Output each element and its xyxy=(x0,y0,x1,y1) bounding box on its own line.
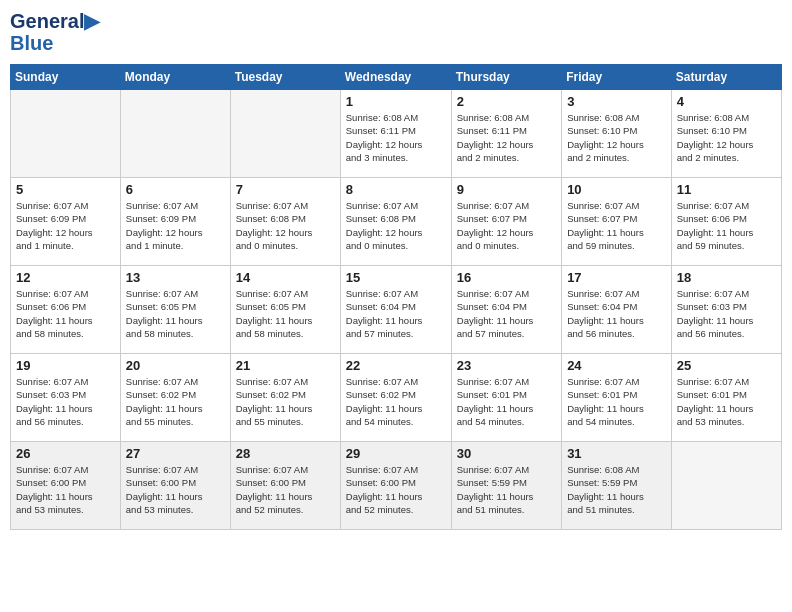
calendar-header-row: SundayMondayTuesdayWednesdayThursdayFrid… xyxy=(11,65,782,90)
day-info: Sunrise: 6:08 AMSunset: 6:11 PMDaylight:… xyxy=(346,111,446,164)
day-info: Sunrise: 6:07 AMSunset: 6:02 PMDaylight:… xyxy=(236,375,335,428)
logo-text: General▶ Blue xyxy=(10,10,99,54)
day-info: Sunrise: 6:08 AMSunset: 6:10 PMDaylight:… xyxy=(677,111,776,164)
day-info: Sunrise: 6:07 AMSunset: 6:07 PMDaylight:… xyxy=(457,199,556,252)
day-info: Sunrise: 6:07 AMSunset: 6:01 PMDaylight:… xyxy=(457,375,556,428)
day-number: 8 xyxy=(346,182,446,197)
day-info: Sunrise: 6:07 AMSunset: 6:00 PMDaylight:… xyxy=(346,463,446,516)
calendar-day-cell: 13Sunrise: 6:07 AMSunset: 6:05 PMDayligh… xyxy=(120,266,230,354)
calendar-header-tuesday: Tuesday xyxy=(230,65,340,90)
page: General▶ Blue SundayMondayTuesdayWednesd… xyxy=(0,0,792,612)
day-number: 30 xyxy=(457,446,556,461)
calendar-empty-cell xyxy=(671,442,781,530)
day-info: Sunrise: 6:07 AMSunset: 6:01 PMDaylight:… xyxy=(677,375,776,428)
day-info: Sunrise: 6:07 AMSunset: 6:02 PMDaylight:… xyxy=(346,375,446,428)
day-number: 14 xyxy=(236,270,335,285)
calendar-day-cell: 22Sunrise: 6:07 AMSunset: 6:02 PMDayligh… xyxy=(340,354,451,442)
day-info: Sunrise: 6:07 AMSunset: 6:00 PMDaylight:… xyxy=(16,463,115,516)
calendar-day-cell: 14Sunrise: 6:07 AMSunset: 6:05 PMDayligh… xyxy=(230,266,340,354)
calendar-day-cell: 29Sunrise: 6:07 AMSunset: 6:00 PMDayligh… xyxy=(340,442,451,530)
calendar-day-cell: 21Sunrise: 6:07 AMSunset: 6:02 PMDayligh… xyxy=(230,354,340,442)
calendar-day-cell: 8Sunrise: 6:07 AMSunset: 6:08 PMDaylight… xyxy=(340,178,451,266)
day-number: 26 xyxy=(16,446,115,461)
calendar-day-cell: 25Sunrise: 6:07 AMSunset: 6:01 PMDayligh… xyxy=(671,354,781,442)
calendar-day-cell: 20Sunrise: 6:07 AMSunset: 6:02 PMDayligh… xyxy=(120,354,230,442)
calendar-week-row: 26Sunrise: 6:07 AMSunset: 6:00 PMDayligh… xyxy=(11,442,782,530)
day-number: 25 xyxy=(677,358,776,373)
day-number: 18 xyxy=(677,270,776,285)
calendar-day-cell: 18Sunrise: 6:07 AMSunset: 6:03 PMDayligh… xyxy=(671,266,781,354)
calendar-day-cell: 12Sunrise: 6:07 AMSunset: 6:06 PMDayligh… xyxy=(11,266,121,354)
calendar-empty-cell xyxy=(230,90,340,178)
day-info: Sunrise: 6:07 AMSunset: 5:59 PMDaylight:… xyxy=(457,463,556,516)
calendar-day-cell: 23Sunrise: 6:07 AMSunset: 6:01 PMDayligh… xyxy=(451,354,561,442)
day-number: 5 xyxy=(16,182,115,197)
calendar-day-cell: 7Sunrise: 6:07 AMSunset: 6:08 PMDaylight… xyxy=(230,178,340,266)
calendar-day-cell: 9Sunrise: 6:07 AMSunset: 6:07 PMDaylight… xyxy=(451,178,561,266)
calendar-day-cell: 1Sunrise: 6:08 AMSunset: 6:11 PMDaylight… xyxy=(340,90,451,178)
day-number: 23 xyxy=(457,358,556,373)
calendar-header-friday: Friday xyxy=(562,65,672,90)
day-number: 12 xyxy=(16,270,115,285)
day-number: 2 xyxy=(457,94,556,109)
day-info: Sunrise: 6:08 AMSunset: 6:11 PMDaylight:… xyxy=(457,111,556,164)
calendar-header-sunday: Sunday xyxy=(11,65,121,90)
day-number: 17 xyxy=(567,270,666,285)
day-info: Sunrise: 6:07 AMSunset: 6:00 PMDaylight:… xyxy=(126,463,225,516)
calendar-day-cell: 3Sunrise: 6:08 AMSunset: 6:10 PMDaylight… xyxy=(562,90,672,178)
day-number: 29 xyxy=(346,446,446,461)
calendar-day-cell: 31Sunrise: 6:08 AMSunset: 5:59 PMDayligh… xyxy=(562,442,672,530)
day-info: Sunrise: 6:07 AMSunset: 6:09 PMDaylight:… xyxy=(16,199,115,252)
calendar-day-cell: 30Sunrise: 6:07 AMSunset: 5:59 PMDayligh… xyxy=(451,442,561,530)
day-number: 3 xyxy=(567,94,666,109)
calendar-header-thursday: Thursday xyxy=(451,65,561,90)
day-number: 22 xyxy=(346,358,446,373)
day-info: Sunrise: 6:07 AMSunset: 6:04 PMDaylight:… xyxy=(457,287,556,340)
day-number: 10 xyxy=(567,182,666,197)
calendar-empty-cell xyxy=(120,90,230,178)
calendar-week-row: 1Sunrise: 6:08 AMSunset: 6:11 PMDaylight… xyxy=(11,90,782,178)
day-info: Sunrise: 6:07 AMSunset: 6:08 PMDaylight:… xyxy=(346,199,446,252)
calendar-day-cell: 6Sunrise: 6:07 AMSunset: 6:09 PMDaylight… xyxy=(120,178,230,266)
calendar-day-cell: 5Sunrise: 6:07 AMSunset: 6:09 PMDaylight… xyxy=(11,178,121,266)
day-info: Sunrise: 6:08 AMSunset: 6:10 PMDaylight:… xyxy=(567,111,666,164)
day-info: Sunrise: 6:07 AMSunset: 6:09 PMDaylight:… xyxy=(126,199,225,252)
day-number: 7 xyxy=(236,182,335,197)
calendar-day-cell: 4Sunrise: 6:08 AMSunset: 6:10 PMDaylight… xyxy=(671,90,781,178)
day-number: 27 xyxy=(126,446,225,461)
day-info: Sunrise: 6:07 AMSunset: 6:04 PMDaylight:… xyxy=(346,287,446,340)
calendar-day-cell: 16Sunrise: 6:07 AMSunset: 6:04 PMDayligh… xyxy=(451,266,561,354)
calendar-day-cell: 19Sunrise: 6:07 AMSunset: 6:03 PMDayligh… xyxy=(11,354,121,442)
day-info: Sunrise: 6:07 AMSunset: 6:06 PMDaylight:… xyxy=(16,287,115,340)
day-number: 4 xyxy=(677,94,776,109)
day-number: 13 xyxy=(126,270,225,285)
logo: General▶ Blue xyxy=(10,10,99,54)
day-number: 11 xyxy=(677,182,776,197)
calendar-day-cell: 10Sunrise: 6:07 AMSunset: 6:07 PMDayligh… xyxy=(562,178,672,266)
day-info: Sunrise: 6:07 AMSunset: 6:03 PMDaylight:… xyxy=(16,375,115,428)
calendar-header-wednesday: Wednesday xyxy=(340,65,451,90)
calendar-table: SundayMondayTuesdayWednesdayThursdayFrid… xyxy=(10,64,782,530)
day-number: 28 xyxy=(236,446,335,461)
day-number: 16 xyxy=(457,270,556,285)
day-info: Sunrise: 6:07 AMSunset: 6:05 PMDaylight:… xyxy=(126,287,225,340)
day-number: 1 xyxy=(346,94,446,109)
day-number: 9 xyxy=(457,182,556,197)
day-number: 21 xyxy=(236,358,335,373)
day-info: Sunrise: 6:07 AMSunset: 6:01 PMDaylight:… xyxy=(567,375,666,428)
calendar-day-cell: 24Sunrise: 6:07 AMSunset: 6:01 PMDayligh… xyxy=(562,354,672,442)
calendar-day-cell: 26Sunrise: 6:07 AMSunset: 6:00 PMDayligh… xyxy=(11,442,121,530)
day-info: Sunrise: 6:07 AMSunset: 6:08 PMDaylight:… xyxy=(236,199,335,252)
day-number: 31 xyxy=(567,446,666,461)
day-number: 19 xyxy=(16,358,115,373)
calendar-week-row: 12Sunrise: 6:07 AMSunset: 6:06 PMDayligh… xyxy=(11,266,782,354)
calendar-day-cell: 28Sunrise: 6:07 AMSunset: 6:00 PMDayligh… xyxy=(230,442,340,530)
day-info: Sunrise: 6:07 AMSunset: 6:00 PMDaylight:… xyxy=(236,463,335,516)
calendar-week-row: 19Sunrise: 6:07 AMSunset: 6:03 PMDayligh… xyxy=(11,354,782,442)
day-info: Sunrise: 6:07 AMSunset: 6:07 PMDaylight:… xyxy=(567,199,666,252)
calendar-day-cell: 17Sunrise: 6:07 AMSunset: 6:04 PMDayligh… xyxy=(562,266,672,354)
day-info: Sunrise: 6:07 AMSunset: 6:06 PMDaylight:… xyxy=(677,199,776,252)
calendar-empty-cell xyxy=(11,90,121,178)
calendar-header-saturday: Saturday xyxy=(671,65,781,90)
calendar-day-cell: 27Sunrise: 6:07 AMSunset: 6:00 PMDayligh… xyxy=(120,442,230,530)
